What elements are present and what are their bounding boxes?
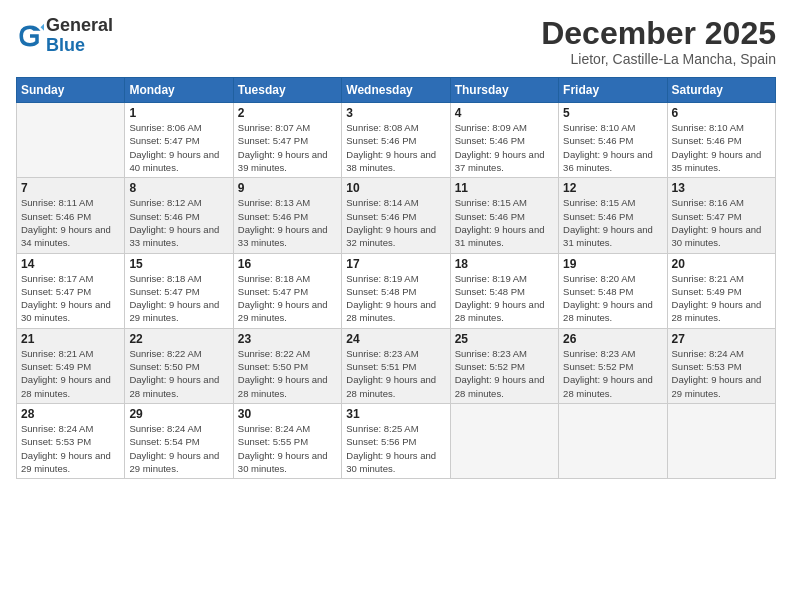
calendar-week-4: 21Sunrise: 8:21 AMSunset: 5:49 PMDayligh… [17, 328, 776, 403]
calendar-day: 31Sunrise: 8:25 AMSunset: 5:56 PMDayligh… [342, 403, 450, 478]
day-number: 17 [346, 257, 445, 271]
day-info: Sunrise: 8:19 AMSunset: 5:48 PMDaylight:… [455, 272, 554, 325]
day-info: Sunrise: 8:21 AMSunset: 5:49 PMDaylight:… [21, 347, 120, 400]
day-number: 9 [238, 181, 337, 195]
calendar-day [17, 103, 125, 178]
calendar-day: 5Sunrise: 8:10 AMSunset: 5:46 PMDaylight… [559, 103, 667, 178]
day-number: 5 [563, 106, 662, 120]
logo: General Blue [16, 16, 113, 56]
calendar: Sunday Monday Tuesday Wednesday Thursday… [16, 77, 776, 479]
calendar-day: 21Sunrise: 8:21 AMSunset: 5:49 PMDayligh… [17, 328, 125, 403]
day-number: 6 [672, 106, 771, 120]
day-number: 21 [21, 332, 120, 346]
col-monday: Monday [125, 78, 233, 103]
day-info: Sunrise: 8:22 AMSunset: 5:50 PMDaylight:… [129, 347, 228, 400]
day-number: 19 [563, 257, 662, 271]
calendar-day: 18Sunrise: 8:19 AMSunset: 5:48 PMDayligh… [450, 253, 558, 328]
calendar-day: 3Sunrise: 8:08 AMSunset: 5:46 PMDaylight… [342, 103, 450, 178]
day-info: Sunrise: 8:06 AMSunset: 5:47 PMDaylight:… [129, 121, 228, 174]
page: General Blue December 2025 Lietor, Casti… [0, 0, 792, 612]
day-number: 11 [455, 181, 554, 195]
day-info: Sunrise: 8:20 AMSunset: 5:48 PMDaylight:… [563, 272, 662, 325]
calendar-day: 12Sunrise: 8:15 AMSunset: 5:46 PMDayligh… [559, 178, 667, 253]
header-row: Sunday Monday Tuesday Wednesday Thursday… [17, 78, 776, 103]
col-saturday: Saturday [667, 78, 775, 103]
header: General Blue December 2025 Lietor, Casti… [16, 16, 776, 67]
calendar-day: 30Sunrise: 8:24 AMSunset: 5:55 PMDayligh… [233, 403, 341, 478]
day-info: Sunrise: 8:15 AMSunset: 5:46 PMDaylight:… [563, 196, 662, 249]
calendar-day: 7Sunrise: 8:11 AMSunset: 5:46 PMDaylight… [17, 178, 125, 253]
calendar-day: 29Sunrise: 8:24 AMSunset: 5:54 PMDayligh… [125, 403, 233, 478]
logo-line1: General [46, 16, 113, 36]
title-block: December 2025 Lietor, Castille-La Mancha… [541, 16, 776, 67]
calendar-day: 16Sunrise: 8:18 AMSunset: 5:47 PMDayligh… [233, 253, 341, 328]
day-number: 20 [672, 257, 771, 271]
col-tuesday: Tuesday [233, 78, 341, 103]
day-number: 15 [129, 257, 228, 271]
month-title: December 2025 [541, 16, 776, 51]
calendar-day [559, 403, 667, 478]
day-number: 31 [346, 407, 445, 421]
calendar-day: 23Sunrise: 8:22 AMSunset: 5:50 PMDayligh… [233, 328, 341, 403]
calendar-day: 15Sunrise: 8:18 AMSunset: 5:47 PMDayligh… [125, 253, 233, 328]
day-info: Sunrise: 8:17 AMSunset: 5:47 PMDaylight:… [21, 272, 120, 325]
day-number: 14 [21, 257, 120, 271]
day-info: Sunrise: 8:23 AMSunset: 5:51 PMDaylight:… [346, 347, 445, 400]
col-thursday: Thursday [450, 78, 558, 103]
day-info: Sunrise: 8:24 AMSunset: 5:53 PMDaylight:… [672, 347, 771, 400]
calendar-day: 10Sunrise: 8:14 AMSunset: 5:46 PMDayligh… [342, 178, 450, 253]
day-info: Sunrise: 8:24 AMSunset: 5:53 PMDaylight:… [21, 422, 120, 475]
day-number: 3 [346, 106, 445, 120]
day-number: 18 [455, 257, 554, 271]
calendar-week-3: 14Sunrise: 8:17 AMSunset: 5:47 PMDayligh… [17, 253, 776, 328]
calendar-day: 28Sunrise: 8:24 AMSunset: 5:53 PMDayligh… [17, 403, 125, 478]
calendar-day [667, 403, 775, 478]
day-info: Sunrise: 8:12 AMSunset: 5:46 PMDaylight:… [129, 196, 228, 249]
day-number: 23 [238, 332, 337, 346]
calendar-day: 20Sunrise: 8:21 AMSunset: 5:49 PMDayligh… [667, 253, 775, 328]
day-info: Sunrise: 8:24 AMSunset: 5:55 PMDaylight:… [238, 422, 337, 475]
day-info: Sunrise: 8:15 AMSunset: 5:46 PMDaylight:… [455, 196, 554, 249]
calendar-week-2: 7Sunrise: 8:11 AMSunset: 5:46 PMDaylight… [17, 178, 776, 253]
calendar-day: 19Sunrise: 8:20 AMSunset: 5:48 PMDayligh… [559, 253, 667, 328]
calendar-week-1: 1Sunrise: 8:06 AMSunset: 5:47 PMDaylight… [17, 103, 776, 178]
day-info: Sunrise: 8:21 AMSunset: 5:49 PMDaylight:… [672, 272, 771, 325]
day-number: 30 [238, 407, 337, 421]
calendar-day: 11Sunrise: 8:15 AMSunset: 5:46 PMDayligh… [450, 178, 558, 253]
day-number: 29 [129, 407, 228, 421]
day-number: 13 [672, 181, 771, 195]
col-sunday: Sunday [17, 78, 125, 103]
day-info: Sunrise: 8:08 AMSunset: 5:46 PMDaylight:… [346, 121, 445, 174]
day-info: Sunrise: 8:18 AMSunset: 5:47 PMDaylight:… [238, 272, 337, 325]
calendar-day: 1Sunrise: 8:06 AMSunset: 5:47 PMDaylight… [125, 103, 233, 178]
day-info: Sunrise: 8:16 AMSunset: 5:47 PMDaylight:… [672, 196, 771, 249]
day-number: 2 [238, 106, 337, 120]
calendar-day: 8Sunrise: 8:12 AMSunset: 5:46 PMDaylight… [125, 178, 233, 253]
calendar-day: 26Sunrise: 8:23 AMSunset: 5:52 PMDayligh… [559, 328, 667, 403]
day-number: 8 [129, 181, 228, 195]
calendar-day: 4Sunrise: 8:09 AMSunset: 5:46 PMDaylight… [450, 103, 558, 178]
day-number: 1 [129, 106, 228, 120]
day-info: Sunrise: 8:13 AMSunset: 5:46 PMDaylight:… [238, 196, 337, 249]
day-number: 4 [455, 106, 554, 120]
logo-text: General Blue [46, 16, 113, 56]
col-wednesday: Wednesday [342, 78, 450, 103]
day-number: 24 [346, 332, 445, 346]
day-number: 28 [21, 407, 120, 421]
calendar-day: 25Sunrise: 8:23 AMSunset: 5:52 PMDayligh… [450, 328, 558, 403]
day-info: Sunrise: 8:23 AMSunset: 5:52 PMDaylight:… [563, 347, 662, 400]
day-info: Sunrise: 8:10 AMSunset: 5:46 PMDaylight:… [672, 121, 771, 174]
day-number: 26 [563, 332, 662, 346]
calendar-day: 27Sunrise: 8:24 AMSunset: 5:53 PMDayligh… [667, 328, 775, 403]
calendar-day: 24Sunrise: 8:23 AMSunset: 5:51 PMDayligh… [342, 328, 450, 403]
day-info: Sunrise: 8:19 AMSunset: 5:48 PMDaylight:… [346, 272, 445, 325]
day-info: Sunrise: 8:25 AMSunset: 5:56 PMDaylight:… [346, 422, 445, 475]
calendar-day: 22Sunrise: 8:22 AMSunset: 5:50 PMDayligh… [125, 328, 233, 403]
day-number: 22 [129, 332, 228, 346]
calendar-day: 2Sunrise: 8:07 AMSunset: 5:47 PMDaylight… [233, 103, 341, 178]
calendar-day: 13Sunrise: 8:16 AMSunset: 5:47 PMDayligh… [667, 178, 775, 253]
day-number: 12 [563, 181, 662, 195]
day-number: 25 [455, 332, 554, 346]
day-info: Sunrise: 8:11 AMSunset: 5:46 PMDaylight:… [21, 196, 120, 249]
day-number: 10 [346, 181, 445, 195]
